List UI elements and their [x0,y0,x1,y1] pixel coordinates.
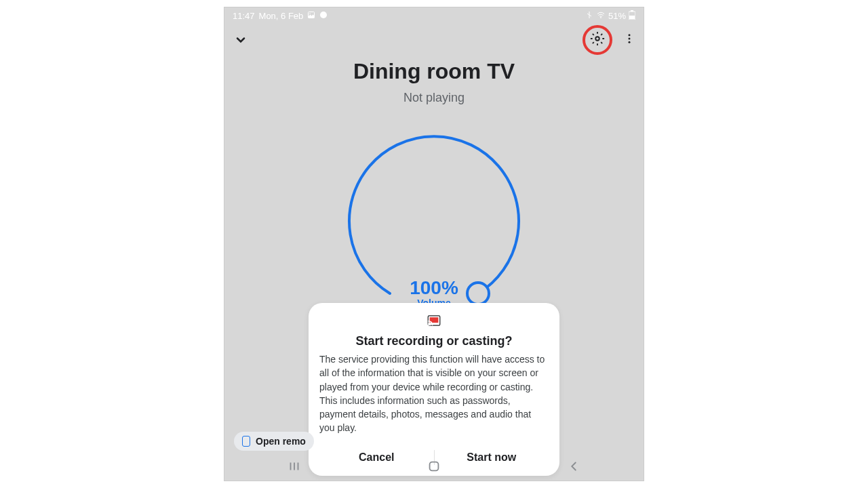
svg-rect-18 [430,462,439,471]
status-bar: 11:47 Mon, 6 Feb 51% [224,7,644,24]
dialog-title: Start recording or casting? [319,334,549,348]
back-button[interactable] [566,459,581,476]
image-icon [307,11,315,21]
collapse-button[interactable] [233,32,249,48]
mute-icon [585,11,593,21]
phone-screen: 11:47 Mon, 6 Feb 51% [224,7,644,481]
svg-point-14 [428,324,429,325]
wifi-icon [596,11,606,21]
svg-point-3 [600,17,601,18]
settings-highlight-ring [583,25,612,55]
svg-point-1 [310,13,311,14]
battery-icon [629,10,635,22]
device-status: Not playing [224,91,644,105]
svg-rect-6 [629,16,635,19]
svg-point-2 [320,12,327,18]
volume-percent: 100% [224,277,644,299]
app-bar [224,24,644,56]
nav-bar [224,455,644,481]
dialog-body: The service providing this function will… [319,352,549,435]
recents-button[interactable] [287,459,302,476]
volume-dial[interactable]: 100% Volume [224,124,644,314]
svg-point-7 [595,37,599,41]
svg-point-8 [629,34,631,36]
battery-percent: 51% [608,11,626,21]
cast-permission-dialog: Start recording or casting? The service … [309,303,559,476]
svg-point-10 [629,41,631,43]
cast-icon [427,315,441,329]
status-time: 11:47 [233,11,255,21]
status-date: Mon, 6 Feb [259,11,304,21]
home-button[interactable] [427,459,441,476]
app-indicator-icon [319,11,328,21]
open-remote-label: Open remo [256,436,306,447]
gear-icon[interactable] [590,31,605,49]
device-title: Dining room TV [224,59,644,84]
more-icon[interactable] [623,33,635,47]
open-remote-button[interactable]: Open remo [234,432,314,451]
svg-point-9 [629,38,631,40]
remote-icon [242,436,250,447]
